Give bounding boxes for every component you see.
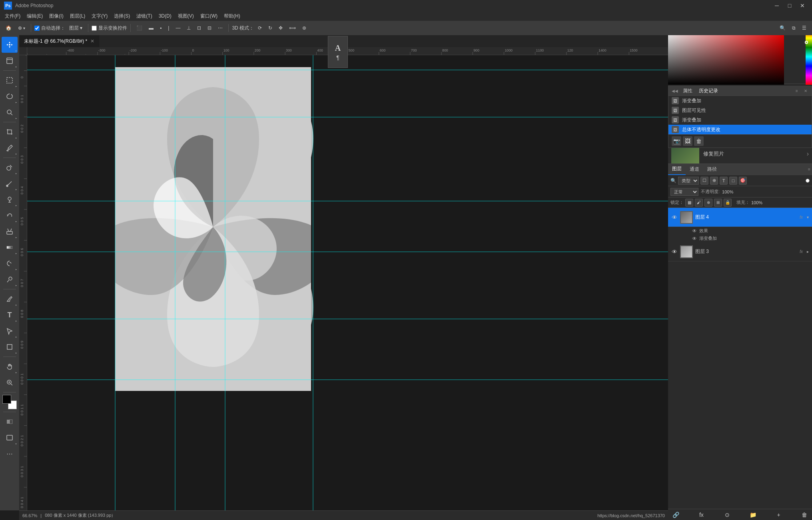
menu-view[interactable]: 视图(V) [175, 11, 197, 21]
brush-tool[interactable]: ▸ [2, 175, 18, 191]
tab-channels[interactable]: 通道 [686, 164, 703, 175]
3d-slide-btn[interactable]: ⟺ [287, 22, 298, 34]
tab-layers[interactable]: 图层 [668, 164, 686, 175]
history-item-3[interactable]: 🖼 渐变叠加 [668, 115, 812, 125]
menu-window[interactable]: 窗口(W) [197, 11, 221, 21]
align-top-btn[interactable]: | [166, 22, 172, 34]
arrange-windows-btn[interactable]: ⧉ [790, 22, 798, 34]
layer-3-expand[interactable]: ▸ [807, 249, 809, 254]
tab-paths[interactable]: 路径 [703, 164, 721, 175]
workspace-btn[interactable]: ☰ [800, 22, 809, 34]
3d-roll-btn[interactable]: ↻ [266, 22, 275, 34]
hand-tool[interactable]: ▸ [2, 359, 18, 375]
menu-image[interactable]: 图像(I) [46, 11, 66, 21]
paragraph-tool-btn[interactable]: ¶ [336, 54, 339, 61]
clone-stamp-tool[interactable]: ▸ [2, 191, 18, 207]
layer-dropdown-btn[interactable]: 图层▾ [67, 22, 85, 34]
history-item-2[interactable]: 🖼 图层可见性 [668, 106, 812, 115]
document-tab[interactable]: 未标题-1 @ 66.7%(RGB/8#) * ✕ [19, 35, 100, 47]
close-tab-button[interactable]: ✕ [90, 38, 94, 44]
layer-item-3[interactable]: 👁 图层 3 fx ▸ [668, 242, 812, 261]
show-transform-checkbox[interactable] [92, 26, 97, 31]
collapse-btn[interactable]: ◀◀ [672, 89, 678, 93]
move-tool-option[interactable]: ⊕▾ [16, 22, 28, 34]
link-layers-btn[interactable]: 🔗 [671, 510, 680, 519]
add-style-btn[interactable]: fx [697, 510, 706, 519]
pen-tool[interactable]: ▸ [2, 291, 18, 307]
gradient-tool[interactable]: ▸ [2, 239, 18, 255]
add-mask-btn[interactable]: ⊙ [723, 510, 732, 519]
history-brush-tool[interactable]: ▸ [2, 207, 18, 223]
filter-toggle[interactable] [806, 179, 810, 183]
artboard-tool[interactable]: ▸ [2, 53, 18, 69]
home-button[interactable]: 🏠 [3, 22, 14, 34]
align-left-btn[interactable]: ⬛ [134, 22, 145, 34]
lasso-tool[interactable]: ▸ [2, 88, 18, 104]
dodge-tool[interactable]: ▸ [2, 271, 18, 287]
create-snapshot-btn[interactable]: 📷 [672, 136, 681, 146]
color-spectrum-bar[interactable] [806, 29, 812, 85]
filter-smart-btn[interactable]: 🎯 [739, 177, 747, 185]
layer-4-gradient-eye-icon[interactable]: 👁 [692, 236, 697, 241]
menu-3d[interactable]: 3D(D) [156, 11, 175, 21]
search-btn[interactable]: 🔍 [777, 22, 788, 34]
marquee-tool[interactable]: ▸ [2, 72, 18, 88]
move-tool[interactable]: ▸ [2, 37, 18, 53]
close-button[interactable]: ✕ [797, 0, 808, 11]
new-layer-btn[interactable]: + [774, 510, 783, 519]
lock-artboard-btn[interactable]: ⊞ [714, 199, 722, 207]
menu-help[interactable]: 帮助(H) [221, 11, 243, 21]
distribute-h-btn[interactable]: ⊡ [195, 22, 203, 34]
3d-pan-btn[interactable]: ✥ [276, 22, 285, 34]
filter-type-dropdown[interactable]: 类型 [678, 177, 699, 185]
create-document-btn[interactable]: 🖼 [683, 136, 692, 146]
layer-4-visibility[interactable]: 👁 [671, 214, 678, 221]
history-close-btn[interactable]: ✕ [803, 88, 808, 94]
crop-tool[interactable]: ▸ [2, 124, 18, 140]
show-transform-check[interactable]: 显示变换控件 [92, 25, 127, 32]
eraser-tool[interactable]: ▸ [2, 223, 18, 239]
menu-select[interactable]: 选择(S) [111, 11, 133, 21]
minimize-button[interactable]: ─ [771, 0, 782, 11]
quick-mask-toggle[interactable] [2, 414, 18, 430]
auto-select-check[interactable]: 自动选择： [34, 25, 65, 32]
layer-item-4[interactable]: 👁 图层 4 fx ▾ [668, 208, 812, 227]
filter-adj-btn[interactable]: ⊕ [710, 177, 718, 185]
quick-select-tool[interactable]: ▸ [2, 104, 18, 120]
history-item-1[interactable]: 🖼 渐变叠加 [668, 96, 812, 106]
screen-mode-btn[interactable]: ▸ [2, 430, 18, 446]
blur-tool[interactable]: ▸ [2, 255, 18, 271]
layer-4-eye-icon[interactable]: 👁 [692, 228, 697, 234]
filter-shape-btn[interactable]: □ [729, 177, 737, 185]
type-tool-large-btn[interactable]: A [335, 44, 341, 53]
menu-text[interactable]: 文字(Y) [88, 11, 111, 21]
auto-select-checkbox[interactable] [34, 26, 40, 31]
filter-pixel-btn[interactable]: ☐ [700, 177, 708, 185]
delete-state-btn[interactable]: 🗑 [694, 136, 704, 146]
align-bottom-btn[interactable]: ⊥ [184, 22, 193, 34]
color-picker-area[interactable] [668, 29, 812, 85]
layer-3-visibility[interactable]: 👁 [671, 249, 678, 255]
menu-filter[interactable]: 滤镜(T) [133, 11, 155, 21]
history-menu-btn[interactable]: ≡ [794, 88, 800, 94]
canvas-content[interactable] [27, 55, 668, 510]
lock-position-btn[interactable]: ⊕ [704, 199, 712, 207]
more-options-btn[interactable]: ⋯ [215, 22, 225, 34]
attr-tab[interactable]: 属性 [681, 87, 694, 95]
delete-layer-btn[interactable]: 🗑 [800, 510, 809, 519]
distribute-v-btn[interactable]: ⊟ [205, 22, 214, 34]
blend-mode-dropdown[interactable]: 正常 [670, 188, 698, 196]
layer-4-expand[interactable]: ▾ [807, 215, 809, 219]
shape-tool[interactable]: ▸ [2, 339, 18, 355]
3d-orbit-btn[interactable]: ⟳ [255, 22, 264, 34]
history-item-4[interactable]: 🖼 总体不透明度更改 [668, 125, 812, 134]
eyedropper-tool[interactable]: ▸ [2, 140, 18, 156]
menu-edit[interactable]: 编辑(E) [24, 11, 46, 21]
text-tool[interactable]: T ▸ [2, 307, 18, 323]
3d-zoom-btn[interactable]: ⊛ [300, 22, 309, 34]
align-center-v-btn[interactable]: ― [173, 22, 183, 34]
menu-file[interactable]: 文件(F) [2, 11, 24, 21]
lock-image-btn[interactable]: 🖌 [695, 199, 703, 207]
menu-layer[interactable]: 图层(L) [67, 11, 89, 21]
zoom-tool[interactable] [2, 375, 18, 390]
